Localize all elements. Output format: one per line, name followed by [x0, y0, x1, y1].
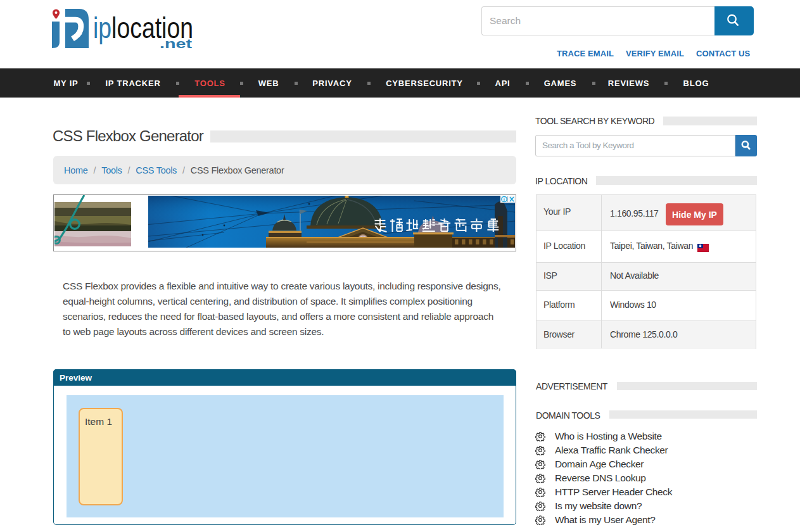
- svg-text:.net: .net: [160, 37, 192, 51]
